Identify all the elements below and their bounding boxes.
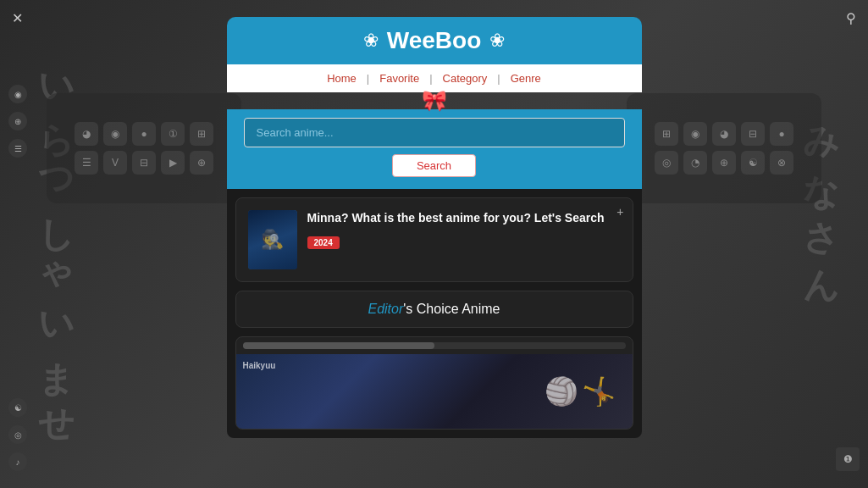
- rapp-icon-2[interactable]: ◉: [683, 122, 707, 146]
- editors-choice-highlight: Editor: [368, 302, 403, 316]
- spiral-left-icon: ❀: [363, 30, 379, 52]
- thumb-char-icon: 🕵: [261, 229, 284, 251]
- search-button[interactable]: Search: [392, 154, 476, 177]
- editors-choice-rest: 's Choice Anime: [403, 302, 500, 316]
- rapp-icon-5[interactable]: ●: [770, 122, 793, 146]
- app-header: ❀ WeeBoo ❀: [227, 17, 642, 64]
- app-icon-4[interactable]: ①: [161, 122, 185, 146]
- progress-fill: [243, 342, 434, 349]
- rapp-icon-4[interactable]: ⊟: [741, 122, 765, 146]
- rapp-icon-1[interactable]: ⊞: [655, 122, 678, 146]
- bow-icon: 🎀: [422, 91, 447, 111]
- main-panel: ❀ WeeBoo ❀ Home | Favorite | Category | …: [227, 17, 642, 438]
- anime-illustration: 🏐 🤸 Haikyuu: [236, 354, 633, 429]
- rapp-icon-3[interactable]: ◕: [712, 122, 736, 146]
- rapp-icon-6[interactable]: ◎: [655, 151, 678, 175]
- thumb-illustration: 🕵: [248, 210, 297, 269]
- search-area: Search: [227, 109, 642, 189]
- title-wee: Wee: [387, 27, 435, 53]
- bow-decoration: 🎀: [227, 91, 642, 111]
- app-icon-5[interactable]: ⊞: [190, 122, 213, 146]
- year-badge: 2024: [307, 236, 340, 249]
- close-button[interactable]: ✕: [12, 10, 23, 26]
- minna-plus-button[interactable]: +: [616, 205, 623, 219]
- minna-title: Minna? What is the best anime for you? L…: [307, 210, 621, 227]
- bottom-icon-person[interactable]: ◎: [8, 425, 27, 444]
- app-icon-1[interactable]: ◕: [75, 122, 98, 146]
- nav-home[interactable]: Home: [317, 69, 367, 87]
- nav-favorite[interactable]: Favorite: [369, 69, 429, 87]
- anime-title-overlay: Haikyuu: [243, 361, 276, 370]
- app-icon-2[interactable]: ◉: [103, 122, 127, 146]
- minna-card: 🕵 Minna? What is the best anime for you?…: [235, 197, 633, 282]
- left-icon-3[interactable]: ☰: [8, 139, 27, 158]
- app-title: WeeBoo: [387, 27, 482, 54]
- anime-char-2: 🤸: [582, 375, 616, 408]
- editors-choice-bar: Editor's Choice Anime: [235, 291, 633, 328]
- rapp-icon-9[interactable]: ☯: [741, 151, 765, 175]
- content-area: 🕵 Minna? What is the best anime for you?…: [227, 189, 642, 438]
- rapp-icon-7[interactable]: ◔: [683, 151, 707, 175]
- rapp-icon-10[interactable]: ⊗: [770, 151, 793, 175]
- editors-choice-text: Editor's Choice Anime: [368, 302, 500, 316]
- rapp-icon-8[interactable]: ⊕: [712, 151, 736, 175]
- anime-char-1: 🏐: [545, 375, 578, 408]
- app-icon-9[interactable]: ▶: [161, 151, 185, 175]
- app-icon-10[interactable]: ⊕: [190, 151, 213, 175]
- left-icon-1[interactable]: ◉: [8, 85, 27, 103]
- app-icon-6[interactable]: ☰: [75, 151, 98, 175]
- app-icon-7[interactable]: V: [103, 151, 127, 175]
- anime-preview-card: 🏐 🤸 Haikyuu: [235, 336, 633, 430]
- left-panel-icons: ◕ ◉ ● ① ⊞ ☰ V ⊟ ▶ ⊕: [66, 114, 222, 183]
- app-icon-8[interactable]: ⊟: [132, 151, 156, 175]
- anime-progress-bar: [243, 342, 626, 349]
- anime-preview-image: 🏐 🤸 Haikyuu: [236, 354, 633, 429]
- side-panel-right: ⊞ ◉ ◕ ⊟ ● ◎ ◔ ⊕ ☯ ⊗: [627, 93, 821, 203]
- right-panel-icons: ⊞ ◉ ◕ ⊟ ● ◎ ◔ ⊕ ☯ ⊗: [646, 114, 802, 183]
- bottom-left-icons: ☯ ◎ ♪: [8, 398, 27, 471]
- nav-genre[interactable]: Genre: [500, 69, 551, 87]
- left-icon-panel: ◉ ⊕ ☰: [8, 85, 27, 158]
- search-input[interactable]: [244, 118, 625, 147]
- title-boo: Boo: [435, 27, 481, 53]
- bottom-icon-music[interactable]: ♪: [8, 452, 27, 471]
- minna-text-block: Minna? What is the best anime for you? L…: [307, 210, 621, 249]
- app-icon-3[interactable]: ●: [132, 122, 156, 146]
- left-icon-2[interactable]: ⊕: [8, 112, 27, 130]
- bottom-icon-note[interactable]: ☯: [8, 398, 27, 417]
- nav-category[interactable]: Category: [433, 69, 498, 87]
- spiral-right-icon: ❀: [489, 30, 505, 52]
- side-panel-left: ◕ ◉ ● ① ⊞ ☰ V ⊟ ▶ ⊕: [47, 93, 241, 203]
- minna-thumbnail: 🕵: [248, 210, 297, 269]
- search-icon-top[interactable]: ⚲: [846, 10, 856, 26]
- bottom-right-button[interactable]: ❶: [836, 447, 860, 471]
